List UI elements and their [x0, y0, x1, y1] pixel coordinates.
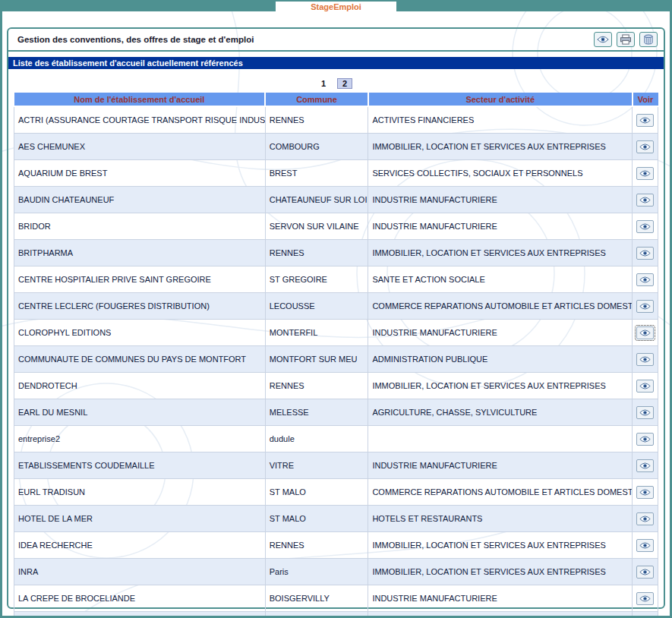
cell-commune: MONTERFIL — [265, 320, 368, 346]
table-row: CLOROPHYL EDITIONS MONTERFIL INDUSTRIE M… — [14, 320, 658, 346]
table-header-row: Nom de l'établissement d'accueil Commune… — [14, 93, 658, 106]
cell-voir — [633, 293, 658, 320]
voir-eye-button[interactable] — [636, 220, 654, 233]
table-row: COMMUNAUTE DE COMMUNES DU PAYS DE MONTFO… — [14, 346, 658, 373]
cell-voir — [633, 240, 658, 266]
header-commune: Commune — [265, 93, 368, 106]
voir-eye-button[interactable] — [636, 167, 654, 180]
trash-icon — [643, 34, 654, 45]
printer-icon — [620, 34, 632, 45]
eye-icon — [639, 303, 651, 310]
cell-secteur: ACTIVITES FINANCIERES — [368, 106, 633, 134]
cell-name: CENTRE HOSPITALIER PRIVE SAINT GREGOIRE — [14, 266, 266, 293]
table-body: ACTRI (ASSURANCE COURTAGE TRANSPORT RISQ… — [14, 106, 658, 618]
cell-name: EARL DU MESNIL — [14, 399, 266, 426]
cell-commune: COMBOURG — [265, 134, 368, 160]
voir-eye-button[interactable] — [636, 486, 654, 499]
eye-icon — [639, 250, 651, 257]
cell-voir — [633, 399, 658, 426]
cell-name: BAUDIN CHATEAUNEUF — [14, 187, 266, 213]
cell-name: CLOROPHYL EDITIONS — [14, 320, 266, 346]
voir-eye-button[interactable] — [636, 194, 654, 207]
cell-secteur: HOTELS ET RESTAURANTS — [368, 506, 633, 532]
table-row: AQUARIUM DE BREST BREST SERVICES COLLECT… — [14, 160, 658, 187]
cell-voir — [633, 373, 658, 399]
voir-eye-button[interactable] — [636, 326, 654, 339]
section-title: Liste des établissement d'accueil actuel… — [8, 57, 664, 69]
panel-title: Gestion des conventions, des offres de s… — [17, 35, 254, 44]
app-title: StageEmploi — [276, 2, 396, 13]
header-secteur-activite: Secteur d'activité — [368, 93, 633, 106]
eye-icon — [639, 595, 651, 602]
cell-secteur: IMMOBILIER, LOCATION ET SERVICES AUX ENT… — [368, 532, 633, 559]
cell-secteur: IMMOBILIER, LOCATION ET SERVICES AUX ENT… — [368, 373, 633, 399]
eye-icon — [639, 569, 651, 575]
eye-icon — [639, 356, 651, 363]
voir-eye-button[interactable] — [636, 459, 654, 472]
cell-commune: RENNES — [265, 373, 368, 399]
table-row: entreprise2 dudule — [14, 426, 658, 452]
cell-voir — [633, 452, 658, 479]
cell-name: ETABLISSEMENTS COUDEMAILLE — [14, 452, 266, 479]
table-row: ETABLISSEMENTS COUDEMAILLE VITRE INDUSTR… — [14, 452, 658, 479]
cell-commune: ST MALO — [265, 506, 368, 532]
voir-eye-button[interactable] — [636, 380, 654, 393]
voir-eye-button[interactable] — [636, 247, 654, 260]
cell-name: IDEA RECHERCHE — [14, 532, 266, 559]
cell-name: la foirefouille — [14, 612, 266, 618]
cell-voir — [633, 187, 658, 213]
table-row: DENDROTECH RENNES IMMOBILIER, LOCATION E… — [14, 373, 658, 399]
voir-eye-button[interactable] — [636, 512, 654, 525]
table-row: CENTRE HOSPITALIER PRIVE SAINT GREGOIRE … — [14, 266, 658, 293]
voir-eye-button[interactable] — [636, 114, 654, 127]
cell-secteur: COMMERCE REPARATIONS AUTOMOBILE ET ARTIC… — [368, 293, 633, 320]
cell-voir — [633, 426, 658, 452]
eye-icon — [597, 36, 609, 43]
view-eye-button[interactable] — [594, 32, 612, 47]
eye-icon — [639, 117, 651, 124]
voir-eye-button[interactable] — [636, 140, 654, 153]
voir-eye-button[interactable] — [636, 273, 654, 286]
table-row: BRITPHARMA RENNES IMMOBILIER, LOCATION E… — [14, 240, 658, 266]
eye-icon — [639, 383, 651, 389]
table-row: EURL TRADISUN ST MALO COMMERCE REPARATIO… — [14, 479, 658, 506]
eye-icon — [639, 197, 651, 203]
cell-commune: RENNES — [265, 240, 368, 266]
trash-button[interactable] — [639, 32, 658, 47]
cell-voir — [633, 320, 658, 346]
cell-voir — [633, 160, 658, 187]
pagination-page-1[interactable]: 1 — [320, 79, 327, 88]
cell-name: EURL TRADISUN — [14, 479, 266, 506]
voir-eye-button[interactable] — [636, 353, 654, 366]
cell-secteur: AGRICULTURE, CHASSE, SYLVICULTURE — [368, 399, 633, 426]
cell-voir — [633, 585, 658, 612]
cell-voir — [633, 106, 658, 134]
cell-name: BRITPHARMA — [14, 240, 266, 266]
establishments-table: Nom de l'établissement d'accueil Commune… — [14, 93, 658, 618]
cell-commune: CHATEAUNEUF SUR LOIRE — [265, 187, 368, 213]
print-button[interactable] — [617, 32, 635, 47]
pagination-page-2[interactable]: 2 — [337, 78, 352, 89]
panel-toolbar — [594, 32, 658, 47]
top-bar: StageEmploi — [0, 0, 672, 11]
cell-name: COMMUNAUTE DE COMMUNES DU PAYS DE MONTFO… — [14, 346, 266, 373]
cell-name: AES CHEMUNEX — [14, 134, 266, 160]
cell-commune: VITRE — [265, 452, 368, 479]
cell-commune: ST MALO — [265, 479, 368, 506]
eye-icon — [639, 329, 651, 336]
cell-voir — [633, 346, 658, 373]
voir-eye-button[interactable] — [636, 539, 654, 552]
eye-icon — [639, 409, 651, 416]
cell-secteur: INDUSTRIE MANUFACTURIERE — [368, 213, 633, 240]
voir-eye-button[interactable] — [636, 300, 654, 313]
eye-icon — [639, 276, 651, 283]
eye-icon — [639, 542, 651, 549]
voir-eye-button[interactable] — [636, 592, 654, 605]
cell-commune: RENNES — [265, 532, 368, 559]
cell-secteur: INDUSTRIE MANUFACTURIERE — [368, 320, 633, 346]
cell-secteur: IMMOBILIER, LOCATION ET SERVICES AUX ENT… — [368, 559, 633, 585]
voir-eye-button[interactable] — [636, 433, 654, 446]
voir-eye-button[interactable] — [636, 566, 654, 579]
voir-eye-button[interactable] — [636, 406, 654, 419]
table-row: AES CHEMUNEX COMBOURG IMMOBILIER, LOCATI… — [14, 134, 658, 160]
